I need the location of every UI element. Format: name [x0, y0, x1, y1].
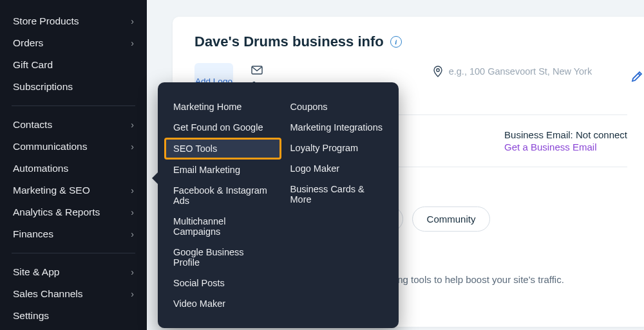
flyout-business-cards[interactable]: Business Cards & More: [281, 179, 392, 210]
chevron-right-icon: ›: [131, 289, 134, 299]
nav-apps[interactable]: Apps›: [0, 327, 147, 330]
chevron-right-icon: ›: [131, 267, 134, 277]
flyout-video-maker[interactable]: Video Maker: [164, 293, 281, 314]
nav-subscriptions[interactable]: Subscriptions: [0, 76, 147, 98]
address-line: e.g., 100 Gansevoort St, New York: [433, 66, 592, 77]
edit-icon[interactable]: [630, 69, 644, 84]
flyout-marketing-integrations[interactable]: Marketing Integrations: [281, 117, 392, 138]
flyout-seo-tools[interactable]: SEO Tools: [164, 138, 281, 160]
address-placeholder: e.g., 100 Gansevoort St, New York: [449, 66, 592, 77]
chevron-right-icon: ›: [131, 38, 134, 48]
nav-analytics-reports[interactable]: Analytics & Reports›: [0, 201, 147, 223]
info-icon[interactable]: i: [390, 36, 402, 48]
flyout-get-found-on-google[interactable]: Get Found on Google: [164, 117, 281, 138]
nav-automations[interactable]: Automations: [0, 158, 147, 179]
flyout-coupons[interactable]: Coupons: [281, 96, 392, 117]
chevron-right-icon: ›: [131, 207, 134, 217]
flyout-google-business-profile[interactable]: Google Business Profile: [164, 242, 281, 273]
chevron-right-icon: ›: [131, 229, 134, 239]
location-pin-icon: [433, 66, 442, 77]
nav-finances[interactable]: Finances›: [0, 223, 147, 245]
filter-pill-community[interactable]: Community: [412, 206, 491, 232]
flyout-logo-maker[interactable]: Logo Maker: [281, 158, 392, 179]
page-title: Dave's Drums business info: [194, 33, 384, 50]
flyout-social-posts[interactable]: Social Posts: [164, 273, 281, 293]
flyout-loyalty-program[interactable]: Loyalty Program: [281, 138, 392, 158]
chevron-right-icon: ›: [131, 120, 134, 130]
nav-sales-channels[interactable]: Sales Channels›: [0, 283, 147, 305]
envelope-icon: [251, 66, 263, 75]
marketing-seo-flyout: Marketing Home Get Found on Google SEO T…: [158, 82, 399, 328]
get-business-email-link[interactable]: Get a Business Email: [504, 142, 627, 152]
chevron-right-icon: ›: [131, 16, 134, 26]
nav-gift-card[interactable]: Gift Card: [0, 54, 147, 76]
business-email-status: Business Email: Not connect: [504, 129, 627, 140]
nav-settings[interactable]: Settings: [0, 305, 147, 327]
nav-site-app[interactable]: Site & App›: [0, 261, 147, 283]
nav-orders[interactable]: Orders›: [0, 32, 147, 54]
flyout-facebook-instagram-ads[interactable]: Facebook & Instagram Ads: [164, 180, 281, 211]
svg-point-1: [437, 69, 439, 71]
chevron-right-icon: ›: [131, 142, 134, 152]
nav-divider: [12, 105, 135, 106]
email-line: [251, 66, 325, 75]
nav-communications[interactable]: Communications›: [0, 136, 147, 158]
chevron-right-icon: ›: [131, 185, 134, 196]
sidebar: Store Products› Orders› Gift Card Subscr…: [0, 0, 147, 330]
flyout-multichannel-campaigns[interactable]: Multichannel Campaigns: [164, 211, 281, 242]
nav-contacts[interactable]: Contacts›: [0, 114, 147, 136]
nav-marketing-seo[interactable]: Marketing & SEO›: [0, 179, 147, 201]
flyout-marketing-home[interactable]: Marketing Home: [164, 96, 281, 117]
nav-divider: [12, 253, 135, 253]
nav-store-products[interactable]: Store Products›: [0, 10, 147, 32]
flyout-email-marketing[interactable]: Email Marketing: [164, 160, 281, 180]
